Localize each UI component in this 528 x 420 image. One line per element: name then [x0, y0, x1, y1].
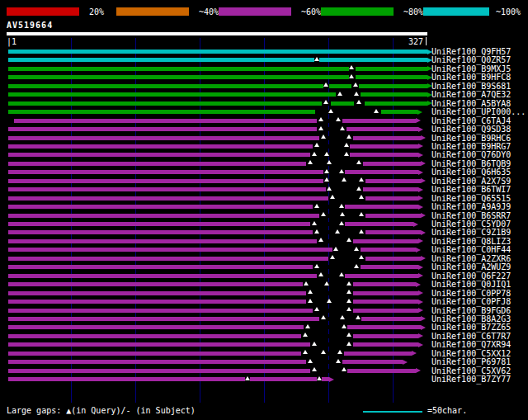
ruler-end-label: 327 [408, 37, 423, 46]
query-gap-marker-icon [342, 367, 346, 371]
query-gap-marker-icon [346, 134, 351, 139]
query-gap-marker-icon [318, 272, 323, 276]
query-gap-marker-icon [308, 160, 313, 164]
query-gap-marker-icon [356, 186, 361, 191]
hit-label[interactable]: UniRef100_B6TWI7 [431, 186, 511, 194]
query-gap-marker-icon [346, 299, 351, 303]
hit-label[interactable]: UniRef100_Q9SD38 [431, 125, 511, 134]
hit-label[interactable]: UniRef100_B7ZY77 [431, 375, 511, 384]
hit-arrow-tip [413, 222, 418, 227]
query-gap-marker-icon [339, 204, 344, 208]
hit-arrow-tip [418, 205, 423, 210]
hit-arrow-tip [418, 273, 423, 278]
query-gap-marker-icon [328, 109, 333, 113]
query-gap-marker-icon [245, 376, 250, 380]
hit-bar[interactable] [8, 153, 419, 157]
hit-bar[interactable] [8, 101, 427, 106]
scale-line [363, 411, 422, 413]
hit-label[interactable]: UniRef100_B9FGD6 [431, 307, 511, 315]
query-gap-marker-icon [339, 169, 344, 173]
hit-bar[interactable] [8, 282, 416, 286]
hit-bar[interactable] [8, 377, 330, 381]
hit-bar[interactable] [8, 127, 419, 131]
gap-segment [315, 110, 381, 114]
query-gap-marker-icon [356, 100, 361, 104]
hit-bar[interactable] [8, 84, 427, 88]
hit-arrow-tip [421, 161, 426, 166]
query-gap-marker-icon [353, 83, 358, 87]
gap-segment [301, 334, 352, 338]
hit-bar[interactable] [8, 342, 419, 347]
hit-label[interactable]: UniRef100_A2WUZ9 [431, 263, 511, 271]
query-gap-marker-icon [312, 152, 317, 156]
hit-label[interactable]: UniRef100_UPI000... [431, 108, 526, 116]
hit-arrow-tip [416, 248, 421, 252]
query-gap-marker-icon [333, 247, 338, 251]
hit-label[interactable]: UniRef100_Q0ZR57 [431, 56, 511, 64]
query-gap-marker-icon [344, 143, 349, 147]
hit-bar[interactable] [8, 170, 419, 174]
legend-color-swatch [7, 7, 79, 16]
hit-label[interactable]: UniRef100_Q76DY0 [431, 151, 511, 159]
query-gap-marker-icon [308, 299, 313, 303]
hit-bar[interactable] [8, 274, 419, 278]
query-gap-marker-icon [346, 290, 351, 294]
hit-label[interactable]: UniRef100_C0PFJ8 [431, 298, 511, 306]
hit-bar[interactable] [8, 325, 422, 329]
hit-bar[interactable] [8, 291, 419, 295]
hit-bar[interactable] [8, 50, 427, 54]
hit-label[interactable]: UniRef100_Q6H635 [431, 168, 511, 177]
hit-label[interactable]: UniRef100_Q0JIQ1 [431, 281, 511, 289]
hit-bar[interactable] [8, 334, 419, 338]
query-gap-marker-icon [346, 307, 351, 311]
query-gap-marker-icon [314, 143, 319, 147]
hit-label[interactable]: UniRef100_B9RHC6 [431, 134, 511, 143]
query-gap-marker-icon [318, 126, 323, 130]
query-gap-marker-icon [321, 212, 326, 216]
query-gap-marker-icon [359, 195, 364, 199]
hit-bar[interactable] [8, 222, 413, 226]
hit-bar[interactable] [8, 58, 427, 62]
query-gap-marker-icon [374, 109, 379, 113]
hit-label[interactable]: UniRef100_C0HF44 [431, 246, 511, 254]
query-gap-marker-icon [359, 177, 364, 182]
gaps-note: Large gaps: ▲(in Query)/- (in Subject) [7, 406, 196, 415]
hit-bar[interactable] [8, 309, 419, 313]
hit-label[interactable]: UniRef100_B9HFC8 [431, 73, 511, 82]
query-gap-marker-icon [336, 359, 341, 363]
hit-label[interactable]: UniRef100_Q7XR94 [431, 341, 511, 349]
ruler-end-tick [426, 37, 427, 45]
query-gap-marker-icon [321, 350, 326, 354]
query-gap-marker-icon [324, 169, 329, 173]
hit-label[interactable]: UniRef100_A7QE32 [431, 91, 511, 99]
legend-color-swatch [321, 7, 394, 16]
hit-label[interactable]: UniRef100_B7ZZ65 [431, 323, 511, 332]
query-gap-marker-icon [359, 255, 364, 259]
hit-label[interactable]: UniRef100_A9A9J9 [431, 203, 511, 211]
hit-bar[interactable] [8, 352, 412, 356]
legend-label: ~40% [199, 7, 219, 17]
query-gap-marker-icon [349, 74, 354, 78]
hit-label[interactable]: UniRef100_C9Z1B9 [431, 229, 511, 237]
query-gap-marker-icon [318, 238, 323, 242]
query-gap-marker-icon [354, 247, 359, 251]
hit-bar[interactable] [8, 67, 427, 71]
hit-bar[interactable] [8, 300, 419, 304]
hit-bar[interactable] [8, 239, 419, 243]
query-gap-marker-icon [346, 342, 351, 346]
query-gap-marker-icon [314, 204, 319, 208]
legend-color-swatch [219, 7, 291, 16]
hit-bar[interactable] [8, 369, 416, 373]
query-gap-marker-icon [349, 65, 354, 69]
hit-bar[interactable] [8, 75, 427, 79]
hit-label[interactable]: UniRef100_P69781 [431, 358, 511, 366]
query-gap-marker-icon [340, 126, 345, 130]
hit-arrow-tip [418, 342, 423, 347]
hit-bar[interactable] [8, 92, 427, 97]
query-gap-marker-icon [340, 315, 345, 319]
hit-bar[interactable] [8, 136, 422, 140]
hit-bar[interactable] [8, 205, 419, 209]
hit-bar[interactable] [8, 360, 403, 364]
hit-bar[interactable] [8, 144, 419, 149]
hit-bar[interactable] [14, 119, 416, 123]
